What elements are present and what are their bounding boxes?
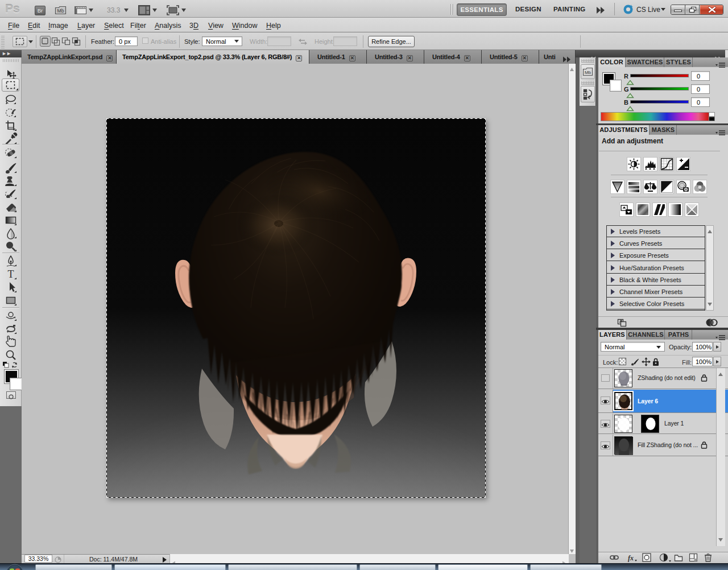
svg-text:T: T [8,269,14,280]
svg-text:Mb: Mb [585,70,592,75]
svg-text:fx: fx [628,554,634,562]
svg-text:Mb: Mb [57,8,64,14]
